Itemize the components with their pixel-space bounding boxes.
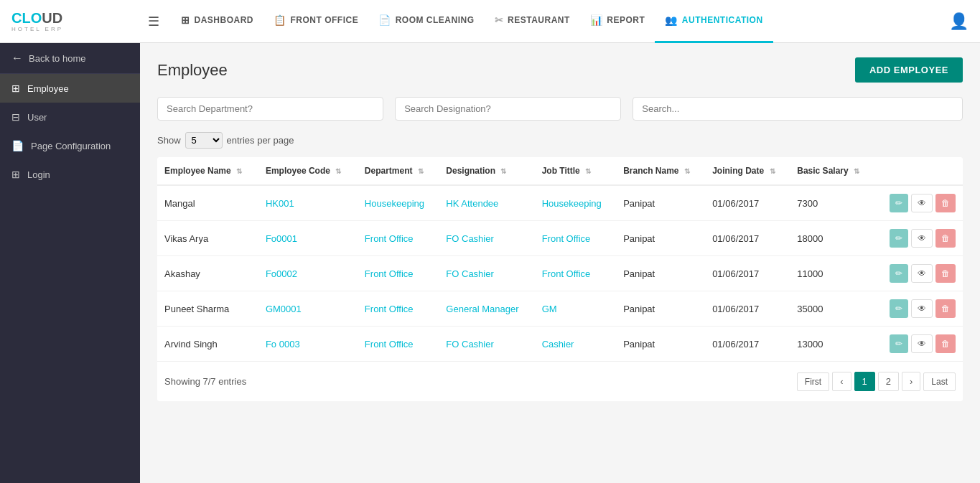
cell-emp-code-0[interactable]: HK001: [258, 185, 358, 221]
logo: CLOUD HOTEL ERP: [11, 10, 63, 32]
view-button-0[interactable]: 👁: [911, 194, 933, 212]
logo-text: CLOUD: [11, 10, 63, 26]
cell-job-title-4[interactable]: Cashier: [535, 327, 616, 362]
delete-button-2[interactable]: 🗑: [935, 264, 956, 283]
col-emp-code[interactable]: Employee Code ⇅: [258, 157, 358, 185]
cell-emp-name-2: Akashay: [157, 256, 258, 291]
view-button-2[interactable]: 👁: [911, 264, 933, 283]
sidebar-item-employee[interactable]: ⊞ Employee: [0, 74, 140, 103]
edit-button-0[interactable]: ✏: [890, 194, 908, 212]
cell-joining-date-3: 01/06/2017: [705, 291, 790, 327]
cell-emp-code-2[interactable]: Fo0002: [258, 256, 358, 291]
sidebar-item-user[interactable]: ⊟ User: [0, 103, 140, 131]
search-area: [157, 97, 963, 121]
col-branch-name[interactable]: Branch Name ⇅: [616, 157, 705, 185]
nav-item-dashboard[interactable]: ⊞ Dashboard: [171, 0, 263, 43]
dashboard-icon: ⊞: [181, 14, 190, 26]
cell-designation-3[interactable]: General Manager: [439, 291, 534, 327]
delete-button-4[interactable]: 🗑: [935, 334, 956, 353]
col-emp-name[interactable]: Employee Name ⇅: [157, 157, 258, 185]
entries-label: entries per page: [227, 135, 294, 146]
cell-job-title-2[interactable]: Front Office: [535, 256, 616, 291]
pagination-page-1-button[interactable]: 1: [854, 372, 875, 391]
entries-per-page-select[interactable]: 5 10 25 50 100: [185, 132, 223, 149]
cell-joining-date-1: 01/06/2017: [705, 221, 790, 256]
table-body: Mangal HK001 Housekeeping HK Attendee Ho…: [157, 185, 963, 362]
col-job-title[interactable]: Job Tittle ⇅: [535, 157, 616, 185]
nav-item-front-office[interactable]: 📋 Front Office: [263, 0, 368, 43]
pagination-page-2-button[interactable]: 2: [878, 372, 899, 391]
view-button-4[interactable]: 👁: [911, 334, 933, 353]
cell-department-3[interactable]: Front Office: [358, 291, 439, 327]
table-header: Employee Name ⇅ Employee Code ⇅ Departme…: [157, 157, 963, 185]
cell-designation-1[interactable]: FO Cashier: [439, 221, 534, 256]
pagination-last-button[interactable]: Last: [923, 372, 956, 391]
col-joining-date[interactable]: Joining Date ⇅: [705, 157, 790, 185]
cell-basic-salary-0: 7300: [790, 185, 874, 221]
cell-department-4[interactable]: Front Office: [358, 327, 439, 362]
delete-button-3[interactable]: 🗑: [935, 299, 956, 318]
search-general-input[interactable]: [633, 97, 963, 121]
employee-table: Employee Name ⇅ Employee Code ⇅ Departme…: [157, 157, 963, 362]
nav-item-room-cleaning[interactable]: 📄 Room Cleaning: [368, 0, 484, 43]
cell-emp-code-1[interactable]: Fo0001: [258, 221, 358, 256]
hamburger-icon[interactable]: ☰: [148, 14, 159, 29]
edit-button-4[interactable]: ✏: [890, 334, 908, 353]
user-avatar-icon[interactable]: 👤: [949, 12, 969, 31]
view-button-3[interactable]: 👁: [911, 299, 933, 318]
cell-actions-2: ✏ 👁 🗑: [874, 256, 963, 291]
report-icon: 📊: [590, 14, 603, 26]
search-department-input[interactable]: [157, 97, 383, 121]
cell-branch-0: Panipat: [616, 185, 705, 221]
logo-area: CLOUD HOTEL ERP: [11, 10, 148, 32]
col-department[interactable]: Department ⇅: [358, 157, 439, 185]
sort-icon-branch: ⇅: [684, 167, 690, 175]
search-designation-input[interactable]: [395, 97, 621, 121]
cell-department-1[interactable]: Front Office: [358, 221, 439, 256]
cell-emp-code-3[interactable]: GM0001: [258, 291, 358, 327]
cell-basic-salary-2: 11000: [790, 256, 874, 291]
view-button-1[interactable]: 👁: [911, 229, 933, 248]
cell-emp-code-4[interactable]: Fo 0003: [258, 327, 358, 362]
cell-emp-name-4: Arvind Singh: [157, 327, 258, 362]
cell-job-title-1[interactable]: Front Office: [535, 221, 616, 256]
delete-button-0[interactable]: 🗑: [935, 194, 956, 212]
sidebar: ← Back to home ⊞ Employee ⊟ User 📄 Page …: [0, 43, 140, 483]
table-row: Vikas Arya Fo0001 Front Office FO Cashie…: [157, 221, 963, 256]
pagination-next-button[interactable]: ›: [902, 372, 920, 391]
nav-item-restaurant[interactable]: ✂ Restaurant: [485, 0, 580, 43]
col-basic-salary[interactable]: Basic Salary ⇅: [790, 157, 874, 185]
sort-icon-joining-date: ⇅: [770, 167, 775, 175]
cell-job-title-0[interactable]: Housekeeping: [535, 185, 616, 221]
sort-icon-designation: ⇅: [500, 167, 506, 175]
cell-actions-1: ✏ 👁 🗑: [874, 221, 963, 256]
pagination: First ‹ 1 2 › Last: [797, 372, 956, 391]
nav-item-report[interactable]: 📊 Report: [580, 0, 655, 43]
sort-icon-emp-code: ⇅: [335, 167, 341, 175]
pagination-first-button[interactable]: First: [797, 372, 829, 391]
pagination-prev-button[interactable]: ‹: [832, 372, 851, 391]
add-employee-button[interactable]: ADD EMPLOYEE: [855, 57, 963, 83]
cell-branch-3: Panipat: [616, 291, 705, 327]
nav-item-authentication[interactable]: 👥 Authentication: [655, 0, 773, 43]
edit-button-2[interactable]: ✏: [890, 264, 908, 283]
show-label: Show: [157, 135, 181, 146]
cell-designation-4[interactable]: FO Cashier: [439, 327, 534, 362]
cell-department-2[interactable]: Front Office: [358, 256, 439, 291]
delete-button-1[interactable]: 🗑: [935, 229, 956, 248]
sidebar-item-page-config[interactable]: 📄 Page Configuration: [0, 131, 140, 160]
show-entries: Show 5 10 25 50 100 entries per page: [157, 132, 963, 149]
employee-table-container: Employee Name ⇅ Employee Code ⇅ Departme…: [157, 157, 963, 401]
sidebar-item-login[interactable]: ⊞ Login: [0, 160, 140, 189]
table-row: Arvind Singh Fo 0003 Front Office FO Cas…: [157, 327, 963, 362]
cell-job-title-3[interactable]: GM: [535, 291, 616, 327]
auth-icon: 👥: [665, 14, 678, 26]
edit-button-3[interactable]: ✏: [890, 299, 908, 318]
back-arrow-icon: ←: [11, 52, 23, 65]
col-designation[interactable]: Designation ⇅: [439, 157, 534, 185]
cell-designation-0[interactable]: HK Attendee: [439, 185, 534, 221]
cell-designation-2[interactable]: FO Cashier: [439, 256, 534, 291]
cell-department-0[interactable]: Housekeeping: [358, 185, 439, 221]
back-to-home[interactable]: ← Back to home: [0, 43, 140, 74]
edit-button-1[interactable]: ✏: [890, 229, 908, 248]
